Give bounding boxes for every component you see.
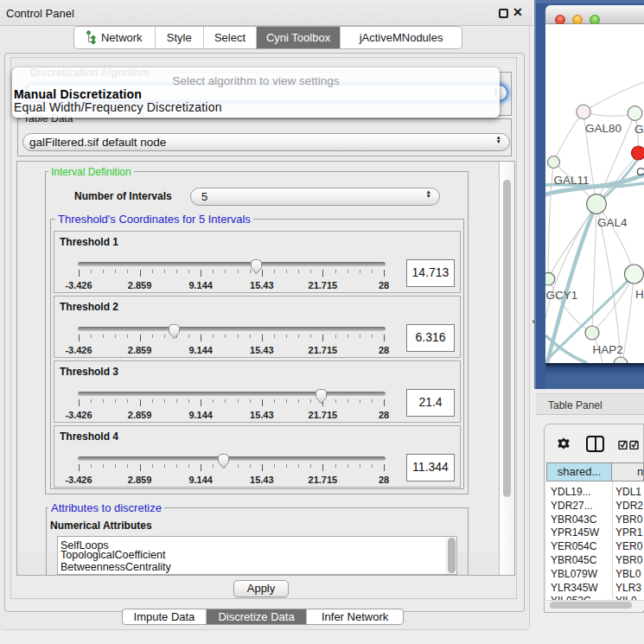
- svg-text:HAP2: HAP2: [593, 343, 623, 356]
- svg-text:H: H: [635, 288, 644, 301]
- svg-text:GAL11: GAL11: [553, 174, 589, 187]
- svg-text:C: C: [636, 165, 644, 178]
- svg-text:GA: GA: [634, 123, 644, 136]
- svg-text:GAL80: GAL80: [585, 122, 622, 135]
- svg-text:GAL4: GAL4: [597, 216, 628, 229]
- svg-text:GCY1: GCY1: [546, 289, 578, 302]
